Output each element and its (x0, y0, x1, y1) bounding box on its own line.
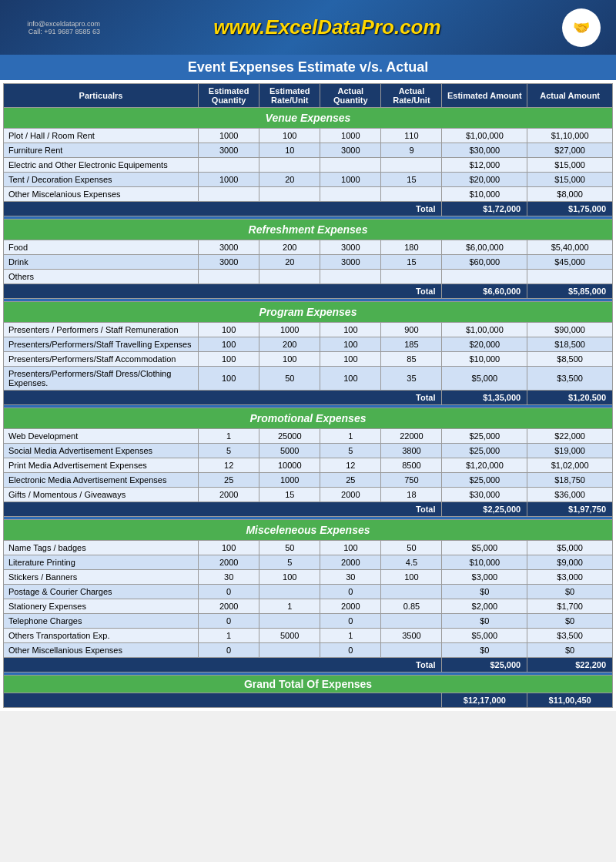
header-logo: 🤝 (554, 6, 608, 49)
act-rate: 100 (381, 570, 442, 585)
sub-header: Event Expenses Estimate v/s. Actual (0, 55, 616, 80)
est-amt: $12,000 (442, 158, 527, 173)
item-name: Electric and Other Electronic Equipement… (4, 158, 199, 173)
act-rate: 85 (381, 352, 442, 367)
est-amt: $2,000 (442, 599, 527, 614)
act-rate: 110 (381, 129, 442, 143)
act-qty: 5 (320, 444, 381, 458)
item-name: Telephone Charges (4, 614, 199, 629)
act-amt: $18,500 (527, 337, 613, 352)
table-row: Plot / Hall / Room Rent 1000 100 1000 11… (4, 129, 613, 143)
grand-total-est: $12,17,000 (442, 693, 527, 708)
act-qty: 2000 (320, 599, 381, 614)
section-header-1: Refreshment Expenses (4, 220, 613, 240)
table-row: Literature Printing 2000 5 2000 4.5 $10,… (4, 555, 613, 570)
est-rate: 20 (259, 173, 320, 187)
item-name: Electronic Media Advertisement Expenses (4, 473, 199, 488)
item-name: Tent / Decoration Expenses (4, 173, 199, 187)
item-name: Presenters / Performers / Staff Remunera… (4, 323, 199, 337)
est-rate: 15 (259, 488, 320, 502)
act-rate: 185 (381, 337, 442, 352)
act-amt: $15,000 (527, 158, 613, 173)
act-qty: 1000 (320, 129, 381, 143)
item-name: Stationery Expenses (4, 599, 199, 614)
grand-total-values: $12,17,000 $11,00,450 (4, 693, 613, 708)
table-row: Telephone Charges 0 0 $0 $0 (4, 614, 613, 629)
act-amt: $3,000 (527, 570, 613, 585)
act-amt: $1,02,000 (527, 458, 613, 473)
act-rate (381, 270, 442, 284)
act-rate: 180 (381, 240, 442, 255)
act-amt: $0 (527, 614, 613, 629)
act-rate: 3500 (381, 629, 442, 643)
est-qty: 3000 (199, 143, 259, 158)
act-qty (320, 270, 381, 284)
est-amt: $10,000 (442, 352, 527, 367)
est-amt: $30,000 (442, 488, 527, 502)
table-row: Postage & Courier Charges 0 0 $0 $0 (4, 585, 613, 599)
est-amt: $1,00,000 (442, 129, 527, 143)
page: info@exceldatapro.com Call: +91 9687 858… (0, 0, 616, 711)
est-rate: 100 (259, 570, 320, 585)
est-rate (259, 614, 320, 629)
table-row: Electronic Media Advertisement Expenses … (4, 473, 613, 488)
table-row: Stationery Expenses 2000 1 2000 0.85 $2,… (4, 599, 613, 614)
est-amt: $5,000 (442, 541, 527, 555)
section-header-0: Venue Expenses (4, 108, 613, 129)
act-qty: 3000 (320, 255, 381, 270)
total-est: $1,72,000 (442, 202, 527, 216)
est-amt: $1,00,000 (442, 323, 527, 337)
act-amt: $22,000 (527, 429, 613, 444)
est-qty: 1000 (199, 173, 259, 187)
act-rate: 35 (381, 367, 442, 391)
act-amt: $0 (527, 643, 613, 658)
total-label: Total (4, 658, 442, 672)
col-est-rate: Estimated Rate/Unit (259, 84, 320, 108)
item-name: Other Miscelanious Expenses (4, 187, 199, 202)
est-rate: 10 (259, 143, 320, 158)
act-rate: 750 (381, 473, 442, 488)
act-qty: 1 (320, 629, 381, 643)
table-row: Food 3000 200 3000 180 $6,00,000 $5,40,0… (4, 240, 613, 255)
act-rate (381, 643, 442, 658)
est-amt: $0 (442, 614, 527, 629)
page-title: Event Expenses Estimate v/s. Actual (188, 59, 428, 75)
est-rate: 5 (259, 555, 320, 570)
act-rate: 8500 (381, 458, 442, 473)
logo-icon: 🤝 (562, 8, 601, 47)
total-est: $25,000 (442, 658, 527, 672)
act-qty: 2000 (320, 555, 381, 570)
table-row: Presenters / Performers / Staff Remunera… (4, 323, 613, 337)
act-qty: 1 (320, 429, 381, 444)
act-qty: 12 (320, 458, 381, 473)
est-qty (199, 187, 259, 202)
grand-total-header: Grand Total Of Expenses (4, 676, 613, 693)
table-row: Print Media Advertisement Expenses 12 10… (4, 458, 613, 473)
item-name: Presenters/Performers/Staff Travelling E… (4, 337, 199, 352)
est-rate: 50 (259, 541, 320, 555)
col-act-rate: Actual Rate/Unit (381, 84, 442, 108)
est-rate: 5000 (259, 444, 320, 458)
act-rate: 0.85 (381, 599, 442, 614)
act-amt: $27,000 (527, 143, 613, 158)
act-amt: $3,500 (527, 629, 613, 643)
table-row: Electric and Other Electronic Equipement… (4, 158, 613, 173)
grand-total-act: $11,00,450 (527, 693, 613, 708)
act-qty: 100 (320, 337, 381, 352)
item-name: Furniture Rent (4, 143, 199, 158)
est-qty: 25 (199, 473, 259, 488)
act-qty: 3000 (320, 240, 381, 255)
act-qty: 30 (320, 570, 381, 585)
est-qty: 100 (199, 323, 259, 337)
est-amt: $6,00,000 (442, 240, 527, 255)
est-qty: 1 (199, 429, 259, 444)
item-name: Print Media Advertisement Expenses (4, 458, 199, 473)
act-amt: $9,000 (527, 555, 613, 570)
act-amt: $15,000 (527, 173, 613, 187)
act-rate: 4.5 (381, 555, 442, 570)
est-amt: $0 (442, 585, 527, 599)
est-amt: $25,000 (442, 429, 527, 444)
act-qty (320, 158, 381, 173)
website-url: www.ExcelDataPro.com (100, 15, 554, 39)
act-qty: 3000 (320, 143, 381, 158)
